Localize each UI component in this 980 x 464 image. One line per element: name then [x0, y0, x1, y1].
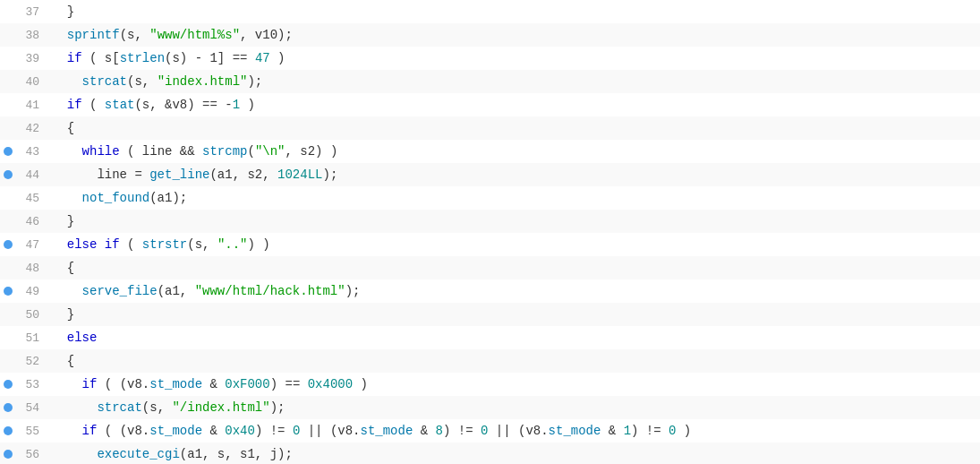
line-number: 51	[16, 331, 48, 345]
token-op: -	[225, 98, 232, 112]
breakpoint-indicator	[4, 287, 13, 296]
token-kw: else	[52, 331, 97, 345]
code-line: 50 }	[0, 303, 980, 326]
token-kw: if	[52, 424, 97, 438]
breakpoint-indicator	[4, 147, 13, 156]
token-op: {	[52, 121, 74, 135]
breakpoint-indicator	[4, 240, 13, 249]
line-code: if ( stat(s, &v8) == -1 )	[48, 98, 980, 112]
line-number: 37	[16, 5, 48, 19]
token-op: ) !=	[443, 424, 481, 438]
code-line: 48 {	[0, 256, 980, 279]
token-fn: st_mode	[361, 424, 413, 438]
line-number: 49	[16, 285, 48, 298]
token-str: "index.html"	[158, 74, 248, 89]
token-num: 1	[233, 98, 240, 112]
token-str: "www/html%s"	[149, 28, 240, 42]
token-op: {	[52, 261, 74, 275]
token-op: ) !=	[631, 424, 669, 438]
token-num: 1	[624, 424, 631, 438]
token-op: )	[240, 98, 255, 112]
token-op: || (v8.	[488, 424, 548, 438]
token-op: ) ==	[270, 377, 308, 391]
token-op: ( (v8.	[97, 424, 149, 438]
line-number: 42	[16, 122, 48, 135]
breakpoint-indicator	[4, 403, 13, 412]
line-code: strcat(s, "/index.html");	[48, 400, 980, 415]
code-line: 37 }	[0, 0, 980, 23]
line-number: 43	[16, 145, 48, 159]
code-line: 44 line = get_line(a1, s2, 1024LL);	[0, 163, 980, 186]
token-op: (s,	[120, 28, 150, 42]
breakpoint-dot[interactable]	[0, 450, 16, 459]
token-op: {	[52, 354, 74, 368]
line-number: 41	[16, 99, 48, 112]
breakpoint-dot[interactable]	[0, 147, 16, 156]
token-kw: if	[52, 51, 82, 65]
line-code: }	[48, 4, 980, 19]
line-number: 56	[16, 448, 48, 461]
token-op: );	[345, 284, 361, 298]
token-op: line =	[52, 168, 149, 182]
token-op: ( s[	[82, 51, 120, 65]
token-fn: strlen	[120, 51, 165, 65]
line-code: }	[48, 214, 980, 228]
line-code: if ( (v8.st_mode & 0xF000) == 0x4000 )	[48, 377, 980, 391]
token-op: (a1);	[149, 191, 187, 205]
token-kw: while	[52, 144, 120, 159]
token-op: );	[270, 400, 285, 415]
breakpoint-dot[interactable]	[0, 170, 16, 179]
line-number: 39	[16, 52, 48, 65]
token-op: (s,	[142, 400, 173, 415]
line-code: if ( (v8.st_mode & 0x40) != 0 || (v8.st_…	[48, 424, 980, 438]
token-op: &	[202, 424, 225, 438]
line-code: {	[48, 121, 980, 135]
token-op: }	[52, 214, 74, 228]
code-line: 45 not_found(a1);	[0, 186, 980, 210]
code-line: 49 serve_file(a1, "www/html/hack.html");	[0, 279, 980, 303]
token-op: )	[676, 424, 691, 438]
token-num: 0xF000	[225, 377, 269, 391]
token-op: , v10);	[240, 28, 293, 42]
token-str: "\n"	[255, 144, 285, 159]
line-code: serve_file(a1, "www/html/hack.html");	[48, 284, 980, 298]
token-kw: if	[52, 377, 97, 391]
line-code: else	[48, 331, 980, 345]
line-number: 46	[16, 215, 48, 228]
code-line: 47 else if ( strstr(s, "..") )	[0, 233, 980, 256]
code-line: 55 if ( (v8.st_mode & 0x40) != 0 || (v8.…	[0, 419, 980, 443]
token-str: ".."	[217, 237, 248, 252]
line-code: else if ( strstr(s, "..") )	[48, 237, 980, 252]
token-op: , s2) )	[285, 144, 337, 159]
token-fn: sprintf	[52, 28, 120, 42]
breakpoint-dot[interactable]	[0, 287, 16, 296]
breakpoint-dot[interactable]	[0, 403, 16, 412]
line-number: 52	[16, 355, 48, 368]
breakpoint-dot[interactable]	[0, 426, 16, 435]
token-op: )	[270, 51, 285, 65]
line-number: 54	[16, 401, 48, 415]
breakpoint-dot[interactable]	[0, 240, 16, 249]
token-op: ( line &&	[120, 144, 202, 159]
line-code: }	[48, 307, 980, 322]
line-number: 48	[16, 262, 48, 275]
line-number: 40	[16, 75, 48, 89]
breakpoint-dot[interactable]	[0, 380, 16, 389]
line-code: if ( s[strlen(s) - 1] == 47 )	[48, 51, 980, 65]
token-op: (s, &v8) ==	[134, 98, 225, 112]
token-str: "www/html/hack.html"	[195, 284, 345, 298]
code-line: 52 {	[0, 349, 980, 373]
line-number: 44	[16, 168, 48, 182]
code-line: 56 execute_cgi(a1, s, s1, j);	[0, 443, 980, 464]
line-number: 55	[16, 425, 48, 438]
code-line: 46 }	[0, 210, 980, 233]
token-op: );	[322, 168, 337, 182]
token-fn: stat	[105, 98, 135, 112]
line-code: line = get_line(a1, s2, 1024LL);	[48, 168, 980, 182]
token-op: (s) - 1] ==	[165, 51, 255, 65]
line-code: not_found(a1);	[48, 191, 980, 205]
breakpoint-indicator	[4, 426, 13, 435]
token-op: (s,	[187, 237, 217, 252]
token-fn: not_found	[52, 191, 149, 205]
token-op: ) )	[247, 237, 269, 252]
